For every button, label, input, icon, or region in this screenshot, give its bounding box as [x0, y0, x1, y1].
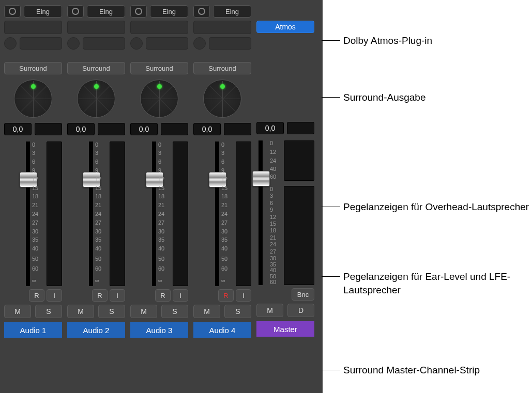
peak-value[interactable] — [224, 123, 251, 135]
channel-name[interactable]: Audio 1 — [4, 322, 62, 338]
insert-slot[interactable] — [130, 21, 188, 34]
record-enable-button[interactable] — [4, 5, 21, 18]
insert-slot[interactable] — [67, 21, 125, 34]
surround-panner[interactable] — [140, 80, 178, 118]
surround-panner[interactable] — [77, 80, 115, 118]
solo-button[interactable]: S — [224, 305, 251, 318]
meter-scale: 036 91215 182124 273035 405060 ∞ — [221, 142, 234, 286]
peak-value[interactable] — [98, 123, 125, 135]
fader-scale — [130, 142, 146, 286]
bounce-button[interactable]: Bnc — [292, 288, 314, 301]
earlevel-lfe-level-meter — [284, 186, 314, 285]
volume-fader[interactable] — [26, 142, 30, 286]
mute-button[interactable]: M — [4, 305, 31, 318]
atmos-plugin-button[interactable]: Atmos — [256, 21, 314, 33]
callout-overhead: Pegelanzeigen für Overhead-Lautsprecher — [343, 201, 529, 212]
peak-value[interactable] — [35, 123, 62, 135]
earlevel-meter-scale: 036 91215 182124 273035 405060 — [270, 186, 282, 285]
meter-scale: 036 91215 182124 273035 405060 ∞ — [95, 142, 108, 286]
insert-slot[interactable] — [193, 21, 251, 34]
insert-slot[interactable] — [4, 21, 62, 34]
meter-scale: 036 91215 182124 273035 405060 ∞ — [158, 142, 171, 286]
fader-scale — [193, 142, 209, 286]
input-monitor-button[interactable]: I — [236, 289, 251, 302]
master-level-value[interactable]: 0,0 — [256, 122, 284, 134]
level-meter — [47, 142, 62, 286]
output-button[interactable]: Surround — [130, 62, 188, 74]
level-meter — [173, 142, 188, 286]
record-enable-button[interactable] — [193, 5, 210, 18]
read-automation-button[interactable]: R — [155, 289, 171, 302]
channel-strip-audio-3: Eing Surround 0,0 036 — [130, 5, 188, 389]
send-knob-slot[interactable] — [130, 37, 143, 50]
master-channel-strip: Atmos 0,0 01224 406 — [256, 5, 314, 389]
input-button[interactable]: Eing — [87, 5, 125, 18]
send-slot[interactable] — [83, 37, 125, 50]
read-automation-button[interactable]: R — [92, 289, 108, 302]
read-automation-button[interactable]: R — [29, 289, 44, 302]
input-monitor-button[interactable]: I — [110, 289, 125, 302]
surround-panner[interactable] — [14, 80, 52, 118]
input-button[interactable]: Eing — [213, 5, 251, 18]
input-button[interactable]: Eing — [150, 5, 188, 18]
mute-button[interactable]: M — [130, 305, 157, 318]
peak-value[interactable] — [161, 123, 188, 135]
callout-earlevel: Pegelanzeigen für Ear-Level und LFE-Laut… — [343, 271, 510, 295]
channel-strip-audio-2: Eing Surround 0,0 036 — [67, 5, 125, 389]
callout-surround: Surround-Ausgabe — [343, 92, 426, 103]
send-slot[interactable] — [209, 37, 251, 50]
input-monitor-button[interactable]: I — [47, 289, 62, 302]
send-knob-slot[interactable] — [4, 37, 17, 50]
solo-button[interactable]: S — [98, 305, 125, 318]
send-slot[interactable] — [146, 37, 188, 50]
fader-scale — [4, 142, 20, 286]
callout-master: Surround Master-Channel-Strip — [343, 365, 480, 375]
overhead-level-meter — [284, 140, 314, 181]
solo-button[interactable]: S — [161, 305, 188, 318]
channel-name[interactable]: Audio 2 — [67, 322, 125, 338]
send-knob-slot[interactable] — [193, 37, 206, 50]
volume-fader[interactable] — [215, 142, 219, 286]
send-slot[interactable] — [20, 37, 62, 50]
mixer-panel: Eing Surround 0,0 036 — [0, 0, 323, 393]
master-dim-button[interactable]: D — [287, 304, 314, 317]
volume-fader[interactable] — [89, 142, 93, 286]
solo-button[interactable]: S — [35, 305, 62, 318]
send-knob-slot[interactable] — [67, 37, 80, 50]
level-value[interactable]: 0,0 — [130, 123, 158, 135]
input-monitor-button[interactable]: I — [173, 289, 188, 302]
read-automation-button[interactable]: R — [218, 289, 234, 302]
level-value[interactable]: 0,0 — [4, 123, 32, 135]
master-mute-button[interactable]: M — [256, 304, 283, 317]
output-button[interactable]: Surround — [193, 62, 251, 74]
level-value[interactable]: 0,0 — [193, 123, 221, 135]
output-button[interactable]: Surround — [67, 62, 125, 74]
meter-scale: 036 91215 182124 273035 405060 ∞ — [32, 142, 44, 286]
level-meter — [236, 142, 251, 286]
level-meter — [110, 142, 125, 286]
channel-strip-audio-1: Eing Surround 0,0 036 — [4, 5, 62, 389]
channel-name[interactable]: Audio 3 — [130, 322, 188, 338]
channel-strip-audio-4: Eing Surround 0,0 036 — [193, 5, 251, 389]
surround-panner[interactable] — [203, 80, 241, 118]
channel-name[interactable]: Audio 4 — [193, 322, 251, 338]
master-volume-fader[interactable] — [259, 140, 263, 285]
fader-scale — [67, 142, 83, 286]
volume-fader[interactable] — [152, 142, 156, 286]
callouts-region: Dolby Atmos-Plug-in Surround-Ausgabe Peg… — [323, 0, 532, 393]
master-channel-name[interactable]: Master — [256, 321, 314, 337]
callout-atmos: Dolby Atmos-Plug-in — [343, 35, 432, 46]
output-button[interactable]: Surround — [4, 62, 62, 74]
record-enable-button[interactable] — [67, 5, 84, 18]
mute-button[interactable]: M — [67, 305, 94, 318]
mute-button[interactable]: M — [193, 305, 220, 318]
master-peak-value[interactable] — [287, 122, 314, 134]
input-button[interactable]: Eing — [24, 5, 62, 18]
record-enable-button[interactable] — [130, 5, 147, 18]
level-value[interactable]: 0,0 — [67, 123, 95, 135]
overhead-meter-scale: 01224 4060 — [270, 140, 282, 181]
